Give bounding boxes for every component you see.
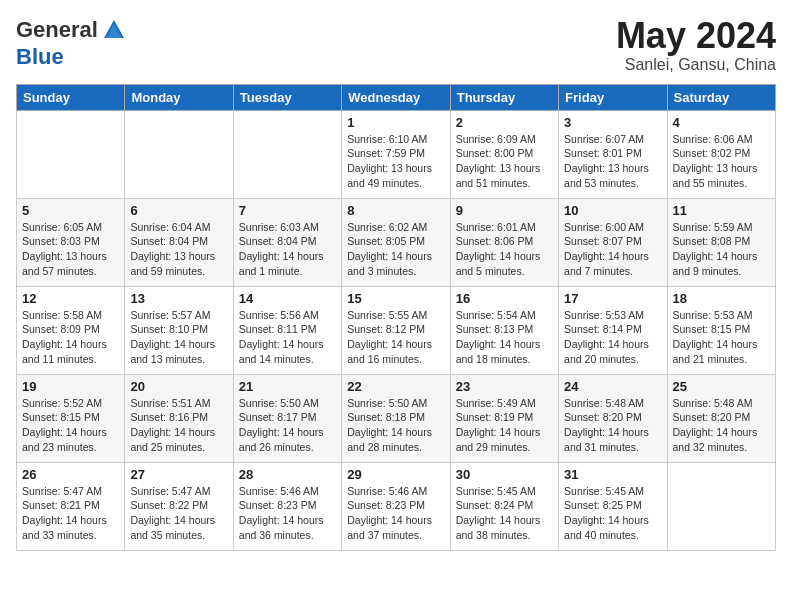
calendar-week-5: 26Sunrise: 5:47 AM Sunset: 8:21 PM Dayli… xyxy=(17,462,776,550)
calendar-cell: 2Sunrise: 6:09 AM Sunset: 8:00 PM Daylig… xyxy=(450,110,558,198)
month-year-title: May 2024 xyxy=(616,16,776,56)
day-info: Sunrise: 5:58 AM Sunset: 8:09 PM Dayligh… xyxy=(22,308,119,367)
day-info: Sunrise: 6:03 AM Sunset: 8:04 PM Dayligh… xyxy=(239,220,336,279)
day-number: 16 xyxy=(456,291,553,306)
day-info: Sunrise: 5:45 AM Sunset: 8:24 PM Dayligh… xyxy=(456,484,553,543)
calendar-cell: 6Sunrise: 6:04 AM Sunset: 8:04 PM Daylig… xyxy=(125,198,233,286)
calendar-week-1: 1Sunrise: 6:10 AM Sunset: 7:59 PM Daylig… xyxy=(17,110,776,198)
day-number: 26 xyxy=(22,467,119,482)
day-info: Sunrise: 5:51 AM Sunset: 8:16 PM Dayligh… xyxy=(130,396,227,455)
calendar-week-2: 5Sunrise: 6:05 AM Sunset: 8:03 PM Daylig… xyxy=(17,198,776,286)
day-number: 20 xyxy=(130,379,227,394)
calendar-cell xyxy=(667,462,775,550)
calendar-cell: 23Sunrise: 5:49 AM Sunset: 8:19 PM Dayli… xyxy=(450,374,558,462)
day-info: Sunrise: 6:02 AM Sunset: 8:05 PM Dayligh… xyxy=(347,220,444,279)
day-number: 1 xyxy=(347,115,444,130)
day-info: Sunrise: 6:00 AM Sunset: 8:07 PM Dayligh… xyxy=(564,220,661,279)
day-number: 30 xyxy=(456,467,553,482)
calendar-cell: 26Sunrise: 5:47 AM Sunset: 8:21 PM Dayli… xyxy=(17,462,125,550)
calendar-cell: 5Sunrise: 6:05 AM Sunset: 8:03 PM Daylig… xyxy=(17,198,125,286)
day-number: 11 xyxy=(673,203,770,218)
day-number: 12 xyxy=(22,291,119,306)
day-info: Sunrise: 5:57 AM Sunset: 8:10 PM Dayligh… xyxy=(130,308,227,367)
day-info: Sunrise: 5:53 AM Sunset: 8:15 PM Dayligh… xyxy=(673,308,770,367)
day-number: 24 xyxy=(564,379,661,394)
calendar-cell: 12Sunrise: 5:58 AM Sunset: 8:09 PM Dayli… xyxy=(17,286,125,374)
day-number: 4 xyxy=(673,115,770,130)
calendar-week-3: 12Sunrise: 5:58 AM Sunset: 8:09 PM Dayli… xyxy=(17,286,776,374)
calendar-cell: 14Sunrise: 5:56 AM Sunset: 8:11 PM Dayli… xyxy=(233,286,341,374)
logo-blue-text: Blue xyxy=(16,44,64,70)
day-info: Sunrise: 5:50 AM Sunset: 8:18 PM Dayligh… xyxy=(347,396,444,455)
calendar-cell: 16Sunrise: 5:54 AM Sunset: 8:13 PM Dayli… xyxy=(450,286,558,374)
col-sunday: Sunday xyxy=(17,84,125,110)
calendar-cell: 22Sunrise: 5:50 AM Sunset: 8:18 PM Dayli… xyxy=(342,374,450,462)
calendar-cell: 28Sunrise: 5:46 AM Sunset: 8:23 PM Dayli… xyxy=(233,462,341,550)
day-info: Sunrise: 5:46 AM Sunset: 8:23 PM Dayligh… xyxy=(347,484,444,543)
day-number: 2 xyxy=(456,115,553,130)
day-number: 22 xyxy=(347,379,444,394)
day-number: 28 xyxy=(239,467,336,482)
day-number: 31 xyxy=(564,467,661,482)
day-info: Sunrise: 6:10 AM Sunset: 7:59 PM Dayligh… xyxy=(347,132,444,191)
calendar-week-4: 19Sunrise: 5:52 AM Sunset: 8:15 PM Dayli… xyxy=(17,374,776,462)
calendar-cell: 15Sunrise: 5:55 AM Sunset: 8:12 PM Dayli… xyxy=(342,286,450,374)
calendar-cell: 7Sunrise: 6:03 AM Sunset: 8:04 PM Daylig… xyxy=(233,198,341,286)
day-info: Sunrise: 6:05 AM Sunset: 8:03 PM Dayligh… xyxy=(22,220,119,279)
calendar-cell: 11Sunrise: 5:59 AM Sunset: 8:08 PM Dayli… xyxy=(667,198,775,286)
logo: General Blue xyxy=(16,16,128,70)
calendar-cell: 19Sunrise: 5:52 AM Sunset: 8:15 PM Dayli… xyxy=(17,374,125,462)
day-info: Sunrise: 6:09 AM Sunset: 8:00 PM Dayligh… xyxy=(456,132,553,191)
calendar-cell xyxy=(233,110,341,198)
day-info: Sunrise: 5:48 AM Sunset: 8:20 PM Dayligh… xyxy=(673,396,770,455)
day-info: Sunrise: 6:04 AM Sunset: 8:04 PM Dayligh… xyxy=(130,220,227,279)
day-info: Sunrise: 5:48 AM Sunset: 8:20 PM Dayligh… xyxy=(564,396,661,455)
calendar-cell: 27Sunrise: 5:47 AM Sunset: 8:22 PM Dayli… xyxy=(125,462,233,550)
day-number: 6 xyxy=(130,203,227,218)
location-subtitle: Sanlei, Gansu, China xyxy=(616,56,776,74)
day-number: 27 xyxy=(130,467,227,482)
col-tuesday: Tuesday xyxy=(233,84,341,110)
day-number: 21 xyxy=(239,379,336,394)
day-number: 17 xyxy=(564,291,661,306)
day-info: Sunrise: 5:59 AM Sunset: 8:08 PM Dayligh… xyxy=(673,220,770,279)
calendar-cell xyxy=(125,110,233,198)
day-info: Sunrise: 5:50 AM Sunset: 8:17 PM Dayligh… xyxy=(239,396,336,455)
calendar-cell: 18Sunrise: 5:53 AM Sunset: 8:15 PM Dayli… xyxy=(667,286,775,374)
day-number: 13 xyxy=(130,291,227,306)
calendar-cell: 8Sunrise: 6:02 AM Sunset: 8:05 PM Daylig… xyxy=(342,198,450,286)
day-info: Sunrise: 6:06 AM Sunset: 8:02 PM Dayligh… xyxy=(673,132,770,191)
day-info: Sunrise: 5:46 AM Sunset: 8:23 PM Dayligh… xyxy=(239,484,336,543)
day-info: Sunrise: 5:45 AM Sunset: 8:25 PM Dayligh… xyxy=(564,484,661,543)
calendar-cell: 1Sunrise: 6:10 AM Sunset: 7:59 PM Daylig… xyxy=(342,110,450,198)
col-saturday: Saturday xyxy=(667,84,775,110)
title-block: May 2024 Sanlei, Gansu, China xyxy=(616,16,776,74)
day-info: Sunrise: 5:47 AM Sunset: 8:21 PM Dayligh… xyxy=(22,484,119,543)
col-friday: Friday xyxy=(559,84,667,110)
calendar-cell: 21Sunrise: 5:50 AM Sunset: 8:17 PM Dayli… xyxy=(233,374,341,462)
day-number: 29 xyxy=(347,467,444,482)
day-number: 23 xyxy=(456,379,553,394)
day-number: 14 xyxy=(239,291,336,306)
day-number: 18 xyxy=(673,291,770,306)
calendar-table: Sunday Monday Tuesday Wednesday Thursday… xyxy=(16,84,776,551)
day-number: 5 xyxy=(22,203,119,218)
calendar-header-row: Sunday Monday Tuesday Wednesday Thursday… xyxy=(17,84,776,110)
day-number: 9 xyxy=(456,203,553,218)
calendar-cell: 4Sunrise: 6:06 AM Sunset: 8:02 PM Daylig… xyxy=(667,110,775,198)
calendar-cell: 31Sunrise: 5:45 AM Sunset: 8:25 PM Dayli… xyxy=(559,462,667,550)
calendar-cell: 9Sunrise: 6:01 AM Sunset: 8:06 PM Daylig… xyxy=(450,198,558,286)
col-wednesday: Wednesday xyxy=(342,84,450,110)
page-header: General Blue May 2024 Sanlei, Gansu, Chi… xyxy=(16,16,776,74)
day-info: Sunrise: 6:07 AM Sunset: 8:01 PM Dayligh… xyxy=(564,132,661,191)
logo-icon xyxy=(100,16,128,44)
col-thursday: Thursday xyxy=(450,84,558,110)
calendar-cell: 25Sunrise: 5:48 AM Sunset: 8:20 PM Dayli… xyxy=(667,374,775,462)
col-monday: Monday xyxy=(125,84,233,110)
day-number: 8 xyxy=(347,203,444,218)
day-number: 3 xyxy=(564,115,661,130)
day-number: 10 xyxy=(564,203,661,218)
day-number: 19 xyxy=(22,379,119,394)
day-info: Sunrise: 5:52 AM Sunset: 8:15 PM Dayligh… xyxy=(22,396,119,455)
day-info: Sunrise: 5:55 AM Sunset: 8:12 PM Dayligh… xyxy=(347,308,444,367)
